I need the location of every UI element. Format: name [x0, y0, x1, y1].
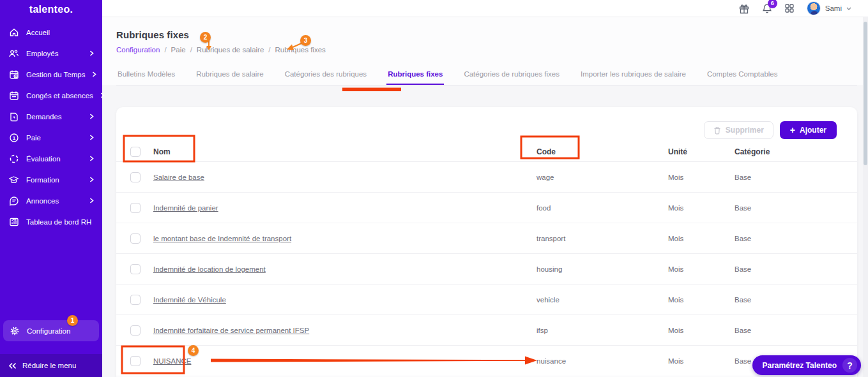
breadcrumb-paie[interactable]: Paie	[171, 46, 186, 54]
vertical-scrollbar-track	[863, 17, 868, 377]
apps-grid-icon[interactable]	[784, 3, 795, 13]
trash-icon	[713, 126, 721, 135]
avatar	[807, 1, 821, 15]
sidebar-item-label: Accueil	[26, 29, 50, 36]
add-button-label: Ajouter	[800, 126, 826, 135]
question-mark-icon: ?	[842, 358, 857, 373]
breadcrumb-configuration[interactable]: Configuration	[116, 46, 160, 54]
row-checkbox[interactable]	[130, 295, 141, 305]
rubrique-unit: Mois	[668, 235, 735, 242]
row-checkbox[interactable]	[130, 325, 141, 336]
table-header-row: Nom Code Unité Catégorie	[116, 142, 857, 162]
rubriques-table: Nom Code Unité Catégorie Salaire de base…	[116, 142, 857, 376]
rubrique-code: wage	[537, 174, 668, 181]
sidebar-item-employes[interactable]: Employés	[0, 43, 102, 64]
sidebar-item-label: Configuration	[27, 327, 70, 335]
sidebar-item-annonces[interactable]: Annonces	[0, 190, 102, 211]
delete-button-label: Supprimer	[726, 126, 764, 135]
column-header-categorie: Catégorie	[735, 147, 843, 156]
dashed-circle-icon	[8, 153, 19, 164]
plus-icon: +	[790, 125, 795, 135]
sidebar-item-configuration[interactable]: Configuration	[3, 320, 99, 341]
row-checkbox[interactable]	[130, 264, 141, 274]
table-toolbar: Supprimer + Ajouter	[704, 121, 837, 139]
sidebar-item-gestion-du-temps[interactable]: Gestion du Temps	[0, 64, 102, 85]
sidebar-item-tableau-de-bord-rh[interactable]: Tableau de bord RH	[0, 211, 102, 232]
chevron-right-icon	[89, 177, 94, 182]
breadcrumb-rubriques-de-salaire[interactable]: Rubriques de salaire	[197, 46, 264, 54]
sidebar-item-label: Employés	[26, 50, 59, 57]
chevron-right-icon	[100, 92, 105, 98]
rubrique-code: vehicle	[537, 296, 668, 304]
rubrique-name-link[interactable]: Indemnité de location de logement	[153, 265, 266, 273]
select-all-checkbox[interactable]	[130, 147, 141, 157]
chevron-down-icon	[846, 7, 851, 10]
rubrique-category: Base	[735, 204, 843, 212]
sidebar-item-label: Gestion du Temps	[26, 71, 85, 78]
notifications-bell-icon[interactable]: 6	[762, 3, 772, 14]
table-row: Indemnité de Véhicule vehicle Mois Base	[116, 285, 857, 315]
breadcrumb-separator: /	[190, 46, 192, 54]
table-row: Indemnité forfaitaire de service permane…	[116, 315, 857, 346]
sidebar-item-paie[interactable]: 1 Paie	[0, 127, 102, 148]
help-pill-label: Paramétrez Talenteo	[763, 361, 837, 370]
table-row: NUISANCE nuisance Mois Base	[116, 346, 857, 376]
gift-icon[interactable]	[738, 3, 750, 14]
row-checkbox[interactable]	[130, 356, 141, 366]
rubrique-category: Base	[735, 265, 843, 273]
rubrique-name-link[interactable]: Indemnité de panier	[153, 204, 218, 212]
rubrique-name-link[interactable]: Indemnité de Véhicule	[153, 296, 226, 304]
coin-icon: 1	[8, 132, 19, 143]
chart-icon	[8, 216, 19, 227]
chevron-right-icon	[92, 71, 96, 77]
user-menu[interactable]: Sami	[807, 1, 851, 15]
chevron-right-icon	[89, 198, 94, 203]
page-title: Rubriques fixes	[116, 29, 189, 40]
row-checkbox[interactable]	[130, 233, 141, 244]
tab-bulletins-modeles[interactable]: Bulletins Modèles	[116, 66, 176, 85]
sidebar-item-label: Annonces	[26, 197, 59, 205]
row-checkbox[interactable]	[130, 172, 141, 182]
sidebar-item-label: Congés et absences	[26, 92, 93, 100]
table-row: Indemnité de panier food Mois Base	[116, 193, 857, 223]
chevron-right-icon	[89, 156, 94, 161]
notification-count-badge: 6	[768, 0, 777, 8]
help-pill-button[interactable]: Paramétrez Talenteo ?	[752, 355, 862, 375]
tab-rubriques-de-salaire[interactable]: Rubriques de salaire	[195, 66, 264, 85]
breadcrumb-separator: /	[164, 46, 166, 54]
collapse-menu-button[interactable]: Réduire le menu	[0, 354, 102, 377]
rubrique-name-link[interactable]: Salaire de base	[153, 174, 204, 181]
rubrique-unit: Mois	[668, 327, 735, 334]
rubrique-category: Base	[735, 235, 843, 242]
rubrique-category: Base	[735, 296, 843, 304]
tab-categories-des-rubriques[interactable]: Catégories des rubriques	[284, 66, 369, 85]
row-checkbox[interactable]	[130, 203, 141, 213]
add-button[interactable]: + Ajouter	[780, 121, 837, 139]
calendar-clock-icon	[8, 69, 19, 80]
sidebar-item-evaluation[interactable]: Évaluation	[0, 148, 102, 169]
breadcrumb-rubriques-fixes: Rubriques fixes	[275, 46, 326, 54]
rubrique-unit: Mois	[668, 357, 735, 365]
sidebar-item-label: Évaluation	[26, 155, 61, 163]
tab-importer-les-rubriques-de-salaire[interactable]: Importer les rubriques de salaire	[579, 66, 687, 85]
rubrique-code: ifsp	[537, 327, 668, 334]
sidebar-item-formation[interactable]: Formation	[0, 169, 102, 190]
tab-rubriques-fixes[interactable]: Rubriques fixes	[386, 66, 444, 85]
rubrique-name-link[interactable]: Indemnité forfaitaire de service permane…	[153, 327, 309, 334]
delete-button[interactable]: Supprimer	[704, 121, 773, 139]
sidebar-nav: Accueil Employés Gestion du Temps Congés…	[0, 22, 102, 232]
sidebar-item-label: Paie	[26, 134, 41, 142]
rubrique-code: nuisance	[537, 357, 668, 365]
tab-categories-de-rubriques-fixes[interactable]: Catégories de rubriques fixes	[462, 66, 561, 85]
rubrique-unit: Mois	[668, 174, 735, 181]
rubrique-name-link[interactable]: le montant base de Indemnité de transpor…	[153, 235, 291, 242]
sidebar-item-demandes[interactable]: Demandes	[0, 106, 102, 127]
vertical-scrollbar-thumb[interactable]	[864, 22, 867, 165]
svg-text:1: 1	[12, 135, 15, 141]
rubrique-unit: Mois	[668, 296, 735, 304]
rubrique-name-link[interactable]: NUISANCE	[153, 357, 191, 365]
tab-comptes-comptables[interactable]: Comptes Comptables	[706, 66, 779, 85]
double-chevron-left-icon	[8, 362, 17, 369]
sidebar-item-conges-et-absences[interactable]: Congés et absences	[0, 85, 102, 106]
sidebar-item-accueil[interactable]: Accueil	[0, 22, 102, 43]
